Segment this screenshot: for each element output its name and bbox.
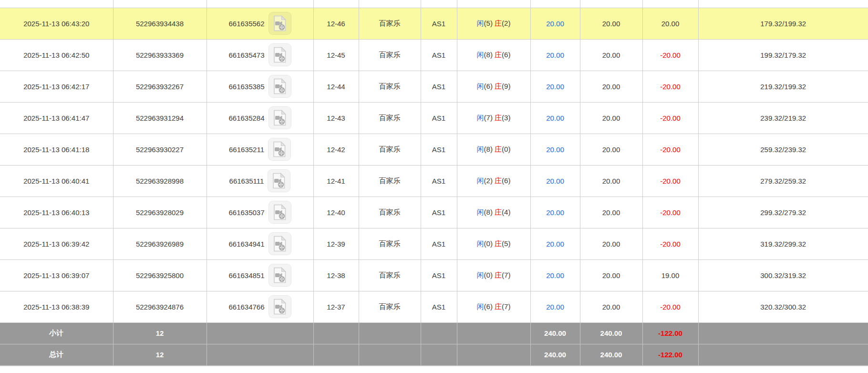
bet-amount-link[interactable]: 20.00 [546,51,564,59]
total-empty-cell [457,322,530,344]
video-replay-icon[interactable] [269,75,291,98]
banker-points: (4) [502,208,510,216]
total-count: 12 [113,344,207,365]
bet-amount-link[interactable]: 20.00 [546,303,564,311]
video-replay-icon[interactable] [269,12,291,35]
game-id-number: 661634851 [228,271,264,280]
cell-time: 2025-11-13 06:39:07 [0,259,113,291]
game-id-number: 661635037 [228,208,264,217]
game-id-number: 661634766 [228,303,264,311]
cell-table-name: AS1 [421,102,457,134]
table-row[interactable]: 2025-11-13 06:39:07522963925800661634851… [0,259,868,291]
cell-valid-amount: 20.00 [580,134,642,165]
cell-round: 12-41 [313,165,359,197]
video-replay-icon[interactable] [269,232,291,255]
total-winloss: -122.00 [642,322,698,344]
bet-amount-link[interactable]: 20.00 [546,83,564,91]
player-label: 闲 [477,302,484,311]
cell-valid-amount: 20.00 [580,71,642,102]
game-id-number: 661635211 [229,145,264,154]
total-empty-cell [421,322,457,344]
cell-game-id: 661635211 [207,134,313,165]
cell-bet-id: 522963928029 [113,197,207,228]
partial-cell [359,0,421,8]
table-row[interactable]: 2025-11-13 06:40:41522963928998661635111… [0,165,868,197]
player-label: 闲 [477,19,484,27]
video-replay-icon[interactable] [269,106,291,129]
partial-cell [580,0,642,8]
cell-table-name: AS1 [421,134,457,165]
cell-time: 2025-11-13 06:43:20 [0,8,113,39]
cell-winloss: -20.00 [642,134,698,165]
bet-amount-link[interactable]: 20.00 [546,177,564,185]
bet-amount-link[interactable]: 20.00 [546,208,564,217]
cell-bet-id: 522963926989 [113,228,207,259]
game-id-number: 661634941 [228,240,264,248]
video-replay-icon[interactable] [268,138,291,161]
player-label: 闲 [477,82,484,90]
cell-game-id: 661635111 [207,165,313,197]
grandtotal-row: 总计12240.00240.00-122.00 [0,344,868,365]
cell-bet-amount: 20.00 [530,71,580,102]
bet-amount-link[interactable]: 20.00 [546,114,564,122]
video-replay-icon[interactable] [269,43,291,66]
cell-table-name: AS1 [421,197,457,228]
cell-round: 12-38 [313,259,359,291]
cell-winloss: -20.00 [642,165,698,197]
player-points: (7) [484,114,495,122]
video-replay-icon[interactable] [269,295,291,318]
cell-bet-id: 522963933369 [113,39,207,71]
bet-amount-link[interactable]: 20.00 [546,145,564,154]
table-row[interactable]: 2025-11-13 06:41:47522963931294661635284… [0,102,868,134]
cell-game-type: 百家乐 [359,291,421,322]
total-empty-cell [359,322,421,344]
cell-time: 2025-11-13 06:39:42 [0,228,113,259]
banker-points: (9) [502,82,510,90]
total-empty-cell [207,322,313,344]
cell-game-type: 百家乐 [359,8,421,39]
cell-result: 闲(6) 庄(7) [457,291,530,322]
cell-round: 12-44 [313,71,359,102]
table-row[interactable]: 2025-11-13 06:39:42522963926989661634941… [0,228,868,259]
bet-amount-link[interactable]: 20.00 [546,20,564,28]
cell-bet-amount: 20.00 [530,197,580,228]
cell-balance: 259.32/239.32 [698,134,868,165]
player-label: 闲 [477,271,484,279]
cell-balance: 179.32/199.32 [698,8,868,39]
table-row[interactable]: 2025-11-13 06:41:18522963930227661635211… [0,134,868,165]
player-points: (6) [484,302,495,311]
cell-balance: 320.32/300.32 [698,291,868,322]
table-row[interactable]: 2025-11-13 06:40:13522963928029661635037… [0,197,868,228]
cell-bet-id: 522963934438 [113,8,207,39]
bet-amount-link[interactable]: 20.00 [546,240,564,248]
table-row[interactable]: 2025-11-13 06:42:17522963932267661635385… [0,71,868,102]
cell-winloss: -20.00 [642,197,698,228]
banker-points: (6) [502,176,510,185]
cell-game-id: 661635037 [207,197,313,228]
partial-cell [313,0,359,8]
bet-amount-link[interactable]: 20.00 [546,271,564,280]
cell-round: 12-46 [313,8,359,39]
cell-table-name: AS1 [421,71,457,102]
banker-label: 庄 [495,51,502,59]
banker-label: 庄 [495,82,502,90]
cell-winloss: -20.00 [642,39,698,71]
table-row[interactable]: 2025-11-13 06:38:39522963924876661634766… [0,291,868,322]
cell-result: 闲(0) 庄(7) [457,259,530,291]
cell-game-id: 661635473 [207,39,313,71]
cell-round: 12-40 [313,197,359,228]
banker-label: 庄 [495,239,502,248]
video-replay-icon[interactable] [269,201,291,224]
cell-round: 12-42 [313,134,359,165]
table-row[interactable]: 2025-11-13 06:42:50522963933369661635473… [0,39,868,71]
cell-bet-amount: 20.00 [530,134,580,165]
cell-balance: 219.32/199.32 [698,71,868,102]
table-row[interactable]: 2025-11-13 06:43:20522963934438661635562… [0,8,868,39]
video-replay-icon[interactable] [269,264,291,287]
cell-game-type: 百家乐 [359,39,421,71]
video-replay-icon[interactable] [268,169,290,192]
cell-table-name: AS1 [421,39,457,71]
cell-bet-amount: 20.00 [530,228,580,259]
cell-game-id: 661634766 [207,291,313,322]
partial-cell [421,0,457,8]
